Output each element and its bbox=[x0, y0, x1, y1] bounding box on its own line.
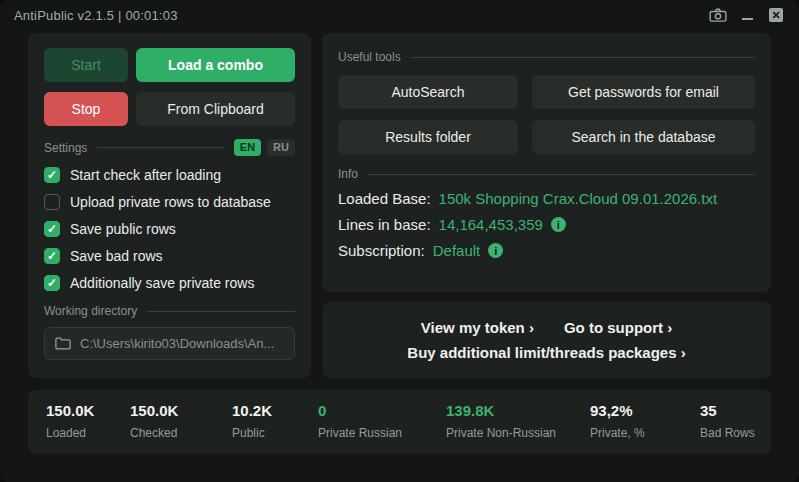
working-directory-section-header: Working directory bbox=[44, 304, 295, 318]
close-icon[interactable]: ✕ bbox=[767, 7, 785, 23]
checkbox-box bbox=[44, 248, 60, 264]
stat-value: 0 bbox=[318, 402, 446, 419]
folder-icon[interactable] bbox=[55, 337, 71, 350]
checkbox-additionally-save-private-rows[interactable]: Additionally save private rows bbox=[44, 275, 295, 291]
loaded-base-key: Loaded Base: bbox=[338, 190, 431, 207]
checkbox-label: Additionally save private rows bbox=[70, 275, 254, 291]
stat-value: 35 bbox=[700, 402, 755, 419]
checkbox-label: Start check after loading bbox=[70, 167, 221, 183]
autosearch-button[interactable]: AutoSearch bbox=[338, 75, 518, 109]
checkbox-box bbox=[44, 194, 60, 210]
stat-value: 93,2% bbox=[590, 402, 700, 419]
stat-value: 10.2K bbox=[232, 402, 318, 419]
language-ru-toggle[interactable]: RU bbox=[267, 139, 295, 156]
stat-label: Bad Rows bbox=[700, 426, 755, 440]
subscription-key: Subscription: bbox=[338, 242, 425, 259]
checkbox-box bbox=[44, 275, 60, 291]
stat-label: Private Russian bbox=[318, 426, 446, 440]
subscription-value: Default bbox=[433, 242, 481, 259]
info-section-header: Info bbox=[338, 167, 755, 181]
useful-tools-label: Useful tools bbox=[338, 50, 401, 64]
loaded-base-value: 150k Shopping Crax.Cloud 09.01.2026.txt bbox=[439, 190, 718, 207]
stat-checked: 150.0K Checked bbox=[130, 402, 232, 440]
stop-button[interactable]: Stop bbox=[44, 92, 128, 126]
stat-bad-rows: 35 Bad Rows bbox=[700, 402, 755, 440]
checkbox-box bbox=[44, 221, 60, 237]
app-window: AntiPublic v2.1.5 | 00:01:03 ✕ Start Loa… bbox=[0, 0, 799, 482]
stat-label: Public bbox=[232, 426, 318, 440]
working-directory-label: Working directory bbox=[44, 304, 137, 318]
stats-bar: 150.0K Loaded 150.0K Checked 10.2K Publi… bbox=[28, 390, 771, 454]
lines-in-base-value: 14,164,453,359 bbox=[439, 216, 543, 233]
divider bbox=[147, 311, 295, 312]
stat-private-non-russian: 139.8K Private Non-Russian bbox=[446, 402, 590, 440]
stat-label: Checked bbox=[130, 426, 232, 440]
checkbox-label: Save bad rows bbox=[70, 248, 163, 264]
stat-loaded: 150.0K Loaded bbox=[46, 402, 130, 440]
divider bbox=[368, 174, 755, 175]
search-database-button[interactable]: Search in the database bbox=[532, 120, 755, 154]
divider bbox=[97, 147, 223, 148]
checkbox-save-bad-rows[interactable]: Save bad rows bbox=[44, 248, 295, 264]
stat-public: 10.2K Public bbox=[232, 402, 318, 440]
info-icon[interactable]: i bbox=[488, 243, 503, 258]
lines-in-base-key: Lines in base: bbox=[338, 216, 431, 233]
stat-value: 139.8K bbox=[446, 402, 590, 419]
working-directory-input[interactable]: C:\Users\kirito03\Downloads\An... bbox=[44, 327, 295, 360]
checkbox-box bbox=[44, 167, 60, 183]
from-clipboard-button[interactable]: From Clipboard bbox=[136, 92, 295, 126]
checkbox-label: Upload private rows to database bbox=[70, 194, 271, 210]
titlebar: AntiPublic v2.1.5 | 00:01:03 ✕ bbox=[0, 0, 799, 30]
tools-panel: Useful tools AutoSearch Get passwords fo… bbox=[322, 33, 771, 292]
subscription-row: Subscription: Default i bbox=[338, 242, 755, 259]
working-directory-path: C:\Users\kirito03\Downloads\An... bbox=[80, 336, 274, 351]
info-label: Info bbox=[338, 167, 358, 181]
settings-section-header: Settings EN RU bbox=[44, 139, 295, 156]
window-title: AntiPublic v2.1.5 | 00:01:03 bbox=[14, 8, 178, 23]
stat-label: Private Non-Russian bbox=[446, 426, 590, 440]
camera-icon[interactable] bbox=[709, 7, 727, 23]
control-panel: Start Load a combo Stop From Clipboard S… bbox=[28, 33, 311, 378]
divider bbox=[411, 57, 755, 58]
get-passwords-button[interactable]: Get passwords for email bbox=[532, 75, 755, 109]
stat-value: 150.0K bbox=[130, 402, 232, 419]
load-combo-button[interactable]: Load a combo bbox=[136, 48, 295, 82]
stat-private-russian: 0 Private Russian bbox=[318, 402, 446, 440]
titlebar-controls: ✕ bbox=[709, 7, 785, 23]
minimize-icon[interactable] bbox=[738, 7, 756, 23]
checkbox-label: Save public rows bbox=[70, 221, 176, 237]
loaded-base-row: Loaded Base: 150k Shopping Crax.Cloud 09… bbox=[338, 190, 755, 207]
results-folder-button[interactable]: Results folder bbox=[338, 120, 518, 154]
stat-label: Loaded bbox=[46, 426, 130, 440]
buy-packages-link[interactable]: Buy additional limit/threads packages › bbox=[407, 344, 685, 361]
checkbox-start-check-after-loading[interactable]: Start check after loading bbox=[44, 167, 295, 183]
stat-private-percent: 93,2% Private, % bbox=[590, 402, 700, 440]
stat-value: 150.0K bbox=[46, 402, 130, 419]
go-to-support-link[interactable]: Go to support › bbox=[564, 319, 672, 336]
stat-label: Private, % bbox=[590, 426, 700, 440]
lines-in-base-row: Lines in base: 14,164,453,359 i bbox=[338, 216, 755, 233]
info-icon[interactable]: i bbox=[551, 217, 566, 232]
links-panel: View my token › Go to support › Buy addi… bbox=[322, 302, 771, 378]
settings-label: Settings bbox=[44, 141, 87, 155]
checkbox-upload-private-rows[interactable]: Upload private rows to database bbox=[44, 194, 295, 210]
checkbox-save-public-rows[interactable]: Save public rows bbox=[44, 221, 295, 237]
start-button[interactable]: Start bbox=[44, 48, 128, 82]
language-en-toggle[interactable]: EN bbox=[234, 139, 261, 156]
view-my-token-link[interactable]: View my token › bbox=[421, 319, 534, 336]
useful-tools-section-header: Useful tools bbox=[338, 50, 755, 64]
